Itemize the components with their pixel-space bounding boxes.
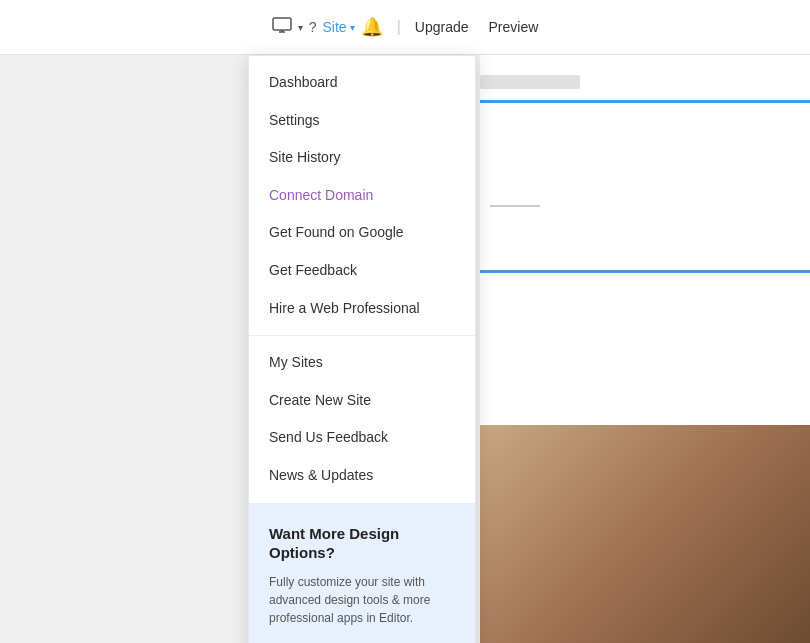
menu-item-dashboard[interactable]: Dashboard (249, 64, 475, 102)
menu-item-settings[interactable]: Settings (249, 102, 475, 140)
menu-item-news-updates[interactable]: News & Updates (249, 457, 475, 495)
dropdown-section-1: Dashboard Settings Site History Connect … (249, 56, 475, 336)
menu-item-hire-professional[interactable]: Hire a Web Professional (249, 290, 475, 328)
notifications-bell-icon[interactable]: 🔔 (361, 16, 383, 38)
menu-item-my-sites[interactable]: My Sites (249, 344, 475, 382)
promo-title: Want More Design Options? (269, 524, 455, 563)
preview-button[interactable]: Preview (488, 19, 538, 35)
bg-bar-4 (480, 270, 810, 273)
bg-image (480, 425, 810, 643)
bg-bar-1 (480, 75, 580, 89)
bg-bar-3 (490, 205, 540, 207)
promo-description: Fully customize your site with advanced … (269, 573, 455, 627)
monitor-caret-icon[interactable]: ▾ (298, 22, 303, 33)
site-dropdown-menu: Dashboard Settings Site History Connect … (248, 55, 476, 643)
svg-rect-0 (273, 18, 291, 30)
menu-item-get-feedback[interactable]: Get Feedback (249, 252, 475, 290)
monitor-icon[interactable] (272, 17, 292, 37)
bg-bar-2 (480, 100, 810, 103)
right-panel (480, 55, 810, 643)
menu-item-create-new-site[interactable]: Create New Site (249, 382, 475, 420)
promo-box: Want More Design Options? Fully customiz… (249, 504, 475, 643)
menu-item-site-history[interactable]: Site History (249, 139, 475, 177)
topbar: ▾ ? Site ▾ 🔔 | Upgrade Preview (0, 0, 810, 55)
help-button[interactable]: ? (309, 19, 317, 35)
menu-item-get-found[interactable]: Get Found on Google (249, 214, 475, 252)
divider: | (397, 18, 401, 36)
menu-item-connect-domain[interactable]: Connect Domain (249, 177, 475, 215)
dropdown-section-2: My Sites Create New Site Send Us Feedbac… (249, 336, 475, 503)
upgrade-button[interactable]: Upgrade (415, 19, 469, 35)
site-menu-button[interactable]: Site ▾ (323, 19, 355, 35)
menu-item-send-feedback[interactable]: Send Us Feedback (249, 419, 475, 457)
